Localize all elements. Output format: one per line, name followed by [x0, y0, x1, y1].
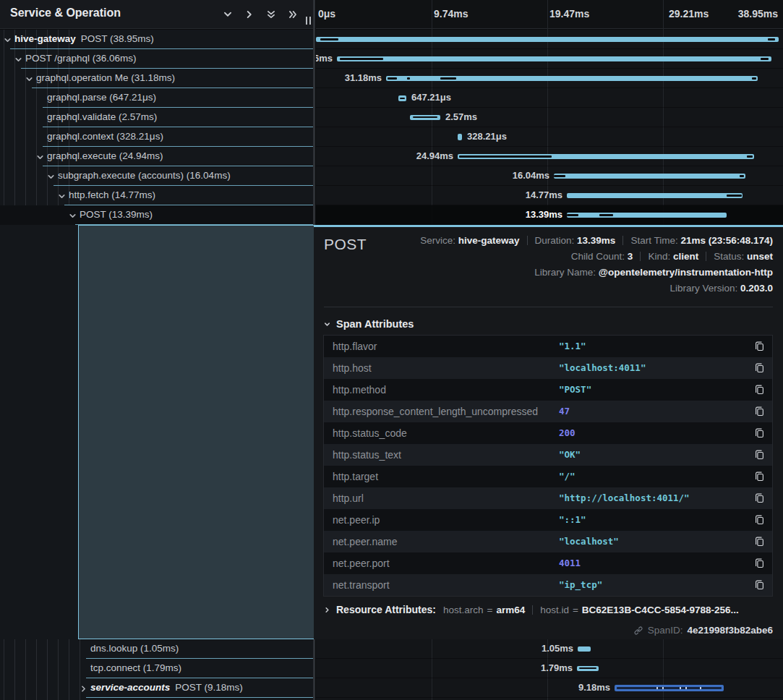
timeline-header: 0μs 9.74ms 19.47ms 29.21ms 38.95ms — [316, 0, 783, 29]
duration-label: Duration: — [535, 235, 575, 246]
span-label: tcp.connect (1.79ms) — [90, 662, 181, 673]
duration-label: 9.18ms — [578, 682, 610, 693]
timeline-row[interactable]: 1.05ms — [316, 639, 783, 659]
service-name: service-accounts — [90, 682, 170, 693]
span-label: POST (9.18ms) — [175, 682, 243, 693]
copy-icon[interactable] — [754, 427, 766, 439]
timeline-row[interactable]: 2.57ms — [316, 108, 783, 127]
span-bar[interactable] — [398, 95, 406, 101]
span-bar[interactable] — [567, 193, 743, 198]
attribute-value: "localhost:4011" — [559, 362, 646, 373]
panel-title: Service & Operation — [10, 7, 121, 20]
kind-value: client — [673, 251, 698, 262]
duration-label: 1.79ms — [541, 662, 573, 673]
tree-row[interactable]: graphql.execute (24.94ms) — [0, 147, 313, 166]
span-bar[interactable] — [554, 174, 745, 179]
bar-notch — [599, 214, 613, 216]
collapse-all-icon[interactable] — [265, 9, 277, 20]
link-icon[interactable] — [633, 626, 643, 636]
timeline-row[interactable] — [316, 30, 783, 49]
span-bar[interactable] — [337, 56, 771, 61]
tick-label: 9.74ms — [434, 8, 468, 20]
span-bar[interactable] — [316, 37, 779, 42]
duration-label: 13.39ms — [526, 209, 562, 220]
library-name-value: @opentelemetry/instrumentation-http — [599, 267, 773, 278]
tree-row[interactable]: graphql.context (328.21μs) — [0, 127, 313, 147]
timeline-row[interactable]: 1.79ms — [316, 659, 783, 678]
span-bar[interactable] — [567, 213, 727, 218]
chevron-down-icon[interactable] — [3, 35, 12, 44]
copy-icon[interactable] — [754, 492, 766, 504]
span-bar[interactable] — [577, 666, 599, 671]
tree-row[interactable]: tcp.connect (1.79ms) — [0, 659, 313, 678]
bar-speck — [685, 687, 687, 689]
span-bar[interactable] — [386, 76, 758, 81]
detail-meta: Service: hive-gatewayDuration: 13.39msSt… — [420, 233, 773, 296]
copy-icon[interactable] — [754, 449, 766, 461]
timeline-row[interactable]: 14.77ms — [316, 186, 783, 205]
span-bar[interactable] — [578, 646, 591, 652]
timeline-row[interactable]: 31.18ms — [316, 69, 783, 88]
attribute-key: http.host — [333, 362, 372, 374]
span-tree-bottom: dns.lookup (1.05ms) tcp.connect (1.79ms)… — [0, 639, 313, 700]
bar-speck — [680, 687, 681, 689]
span-label: POST /graphql (36.06ms) — [25, 53, 137, 64]
attribute-value: "::1" — [559, 514, 586, 525]
timeline-row[interactable]: 36.06ms — [316, 49, 783, 69]
span-bar[interactable] — [458, 154, 754, 159]
copy-icon[interactable] — [754, 558, 766, 569]
attribute-row: net.peer.name "localhost" — [324, 531, 772, 552]
span-label: graphql.context (328.21μs) — [47, 131, 163, 142]
chevron-down-icon[interactable] — [57, 191, 67, 200]
tree-row[interactable]: service-accountsPOST (9.18ms) — [0, 678, 313, 698]
copy-icon[interactable] — [754, 406, 766, 417]
span-bar-collapsed[interactable] — [615, 685, 724, 691]
span-label: graphql.execute (24.94ms) — [47, 150, 163, 161]
tree-row[interactable]: graphql.validate (2.57ms) — [0, 108, 313, 127]
tree-row[interactable]: subgraph.execute (accounts) (16.04ms) — [0, 166, 313, 186]
copy-icon[interactable] — [754, 536, 766, 547]
library-version-label: Library Version: — [669, 283, 737, 294]
tree-row[interactable]: http.fetch (14.77ms) — [0, 186, 313, 205]
copy-icon[interactable] — [754, 471, 766, 482]
resource-value: arm64 — [496, 605, 525, 615]
chevron-right-icon[interactable] — [79, 683, 88, 693]
chevron-down-icon[interactable] — [35, 152, 45, 161]
tree-row[interactable]: graphql.parse (647.21μs) — [0, 88, 313, 108]
copy-icon[interactable] — [754, 514, 766, 526]
timeline-row-selected[interactable]: 13.39ms — [316, 205, 783, 225]
tree-row[interactable]: hive-gatewayPOST (38.95ms) — [0, 30, 313, 49]
chevron-down-icon[interactable] — [14, 54, 23, 64]
tree-row[interactable]: graphql.operation Me (31.18ms) — [0, 69, 313, 88]
copy-icon[interactable] — [754, 362, 766, 374]
tree-row[interactable]: dns.lookup (1.05ms) — [0, 639, 313, 659]
copy-icon[interactable] — [754, 341, 766, 352]
collapse-one-icon[interactable] — [222, 9, 234, 20]
chevron-down-icon[interactable] — [46, 171, 56, 181]
timeline-row[interactable]: 16.04ms — [316, 166, 783, 186]
span-label: http.fetch (14.77ms) — [69, 189, 155, 200]
span-bar[interactable] — [410, 115, 440, 120]
expand-all-icon[interactable] — [287, 9, 299, 20]
timeline-row[interactable]: 328.21μs — [316, 127, 783, 147]
duration-label: 31.18ms — [345, 72, 382, 83]
span-bar[interactable] — [458, 134, 462, 140]
tree-row-selected[interactable]: POST (13.39ms) — [0, 205, 313, 225]
chevron-down-icon[interactable] — [68, 210, 77, 220]
expand-one-icon[interactable] — [244, 9, 255, 20]
timeline-row[interactable]: 647.21μs — [316, 88, 783, 108]
timeline-row[interactable]: 24.94ms — [316, 147, 783, 166]
equals-sign: = — [487, 605, 492, 615]
resource-attributes-row[interactable]: Resource Attributes: host.arch = arm64 h… — [323, 604, 739, 615]
attribute-value: "OK" — [559, 449, 581, 460]
column-resize-grip[interactable] — [306, 17, 311, 25]
copy-icon[interactable] — [754, 384, 766, 396]
copy-icon[interactable] — [754, 579, 766, 591]
chevron-down-icon[interactable] — [25, 74, 34, 83]
bar-speck — [662, 687, 664, 689]
span-attributes-toggle[interactable]: Span Attributes — [323, 318, 414, 330]
timeline-row[interactable]: 9.18ms — [316, 678, 783, 698]
kind-label: Kind: — [648, 251, 670, 262]
tree-row[interactable]: POST /graphql (36.06ms) — [0, 49, 313, 69]
bar-notch — [567, 214, 578, 216]
